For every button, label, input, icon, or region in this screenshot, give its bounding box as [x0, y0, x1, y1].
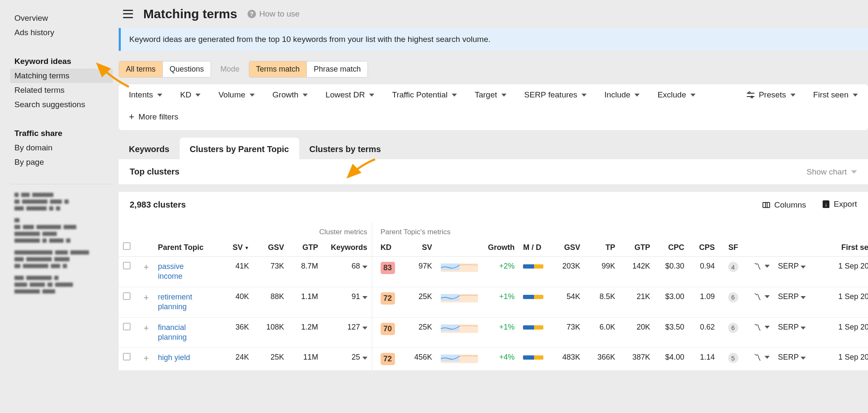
filter-intents[interactable]: Intents: [129, 90, 162, 100]
col-growth[interactable]: Growth: [481, 237, 519, 257]
sidebar-item-ads-history[interactable]: Ads history: [10, 25, 113, 40]
col-serp[interactable]: [774, 237, 819, 257]
filter-lowest-dr[interactable]: Lowest DR: [326, 90, 374, 100]
chevron-down-icon: [801, 266, 806, 269]
trend-dropdown[interactable]: 〽: [754, 292, 770, 301]
parent-topic-link[interactable]: high yield: [158, 353, 190, 363]
cell-keywords[interactable]: 91: [323, 287, 372, 317]
filter-include[interactable]: Include: [604, 90, 640, 100]
sf-badge: 4: [728, 262, 738, 272]
cell-keywords[interactable]: 25: [323, 348, 372, 371]
questions-button[interactable]: Questions: [162, 61, 211, 77]
chevron-down-icon: [634, 94, 640, 97]
filter-traffic-potential[interactable]: Traffic Potential: [392, 90, 457, 100]
col-gtp-parent[interactable]: GTP: [619, 237, 654, 257]
col-sv-parent[interactable]: SV: [401, 237, 437, 257]
filter-kd[interactable]: KD: [180, 90, 200, 100]
tab-clusters-parent-topic[interactable]: Clusters by Parent Topic: [180, 138, 299, 159]
columns-button[interactable]: Columns: [762, 200, 806, 210]
cell-keywords[interactable]: 127: [323, 317, 372, 348]
mobile-desktop-bar: [523, 264, 543, 269]
cell-cpc: $3.00: [654, 287, 688, 317]
expand-row-button[interactable]: +: [142, 323, 150, 334]
tab-keywords[interactable]: Keywords: [119, 138, 180, 159]
export-button[interactable]: Export: [823, 200, 857, 209]
more-filters-button[interactable]: +More filters: [129, 111, 178, 122]
mobile-desktop-bar: [523, 355, 543, 360]
serp-dropdown[interactable]: SERP: [778, 323, 806, 331]
sidebar-item-by-domain[interactable]: By domain: [10, 141, 113, 155]
terms-match-button[interactable]: Terms match: [249, 61, 306, 77]
expand-row-button[interactable]: +: [142, 353, 150, 364]
cell-sv-cluster: 36K: [221, 317, 253, 348]
col-gtp-cluster[interactable]: GTP: [288, 237, 322, 257]
cell-growth: +1%: [499, 323, 515, 331]
sf-badge: 6: [728, 292, 738, 302]
match-mode-toggle: Terms match Phrase match: [249, 61, 368, 78]
row-checkbox[interactable]: [123, 262, 131, 269]
cell-tp: 99K: [584, 257, 620, 287]
chevron-down-icon: [790, 94, 796, 97]
filter-growth[interactable]: Growth: [273, 90, 308, 100]
cell-keywords[interactable]: 68: [323, 257, 372, 287]
col-gsv-parent[interactable]: GSV: [549, 237, 584, 257]
presets-button[interactable]: Presets: [747, 90, 795, 100]
chevron-down-icon: [362, 327, 367, 330]
show-chart-toggle[interactable]: Show chart: [807, 167, 857, 177]
row-checkbox[interactable]: [123, 292, 131, 300]
col-gsv-cluster[interactable]: GSV: [253, 237, 289, 257]
row-checkbox[interactable]: [123, 353, 131, 360]
cell-gtp-cluster: 1.1M: [288, 287, 322, 317]
chevron-down-icon: [801, 357, 806, 360]
cell-growth: +1%: [499, 292, 515, 301]
cell-sv-cluster: 41K: [221, 257, 253, 287]
trend-dropdown[interactable]: 〽: [754, 262, 770, 271]
col-tp[interactable]: TP: [584, 237, 620, 257]
info-banner: Keyword ideas are generated from the top…: [119, 28, 868, 51]
all-terms-button[interactable]: All terms: [119, 61, 162, 77]
serp-dropdown[interactable]: SERP: [778, 292, 806, 301]
col-md[interactable]: M / D: [519, 237, 549, 257]
filter-volume[interactable]: Volume: [218, 90, 254, 100]
top-clusters-title: Top clusters: [130, 167, 179, 177]
select-all-checkbox[interactable]: [123, 242, 131, 250]
filter-exclude[interactable]: Exclude: [657, 90, 696, 100]
expand-row-button[interactable]: +: [142, 262, 150, 273]
chevron-down-icon: [851, 170, 857, 174]
sparkline-icon: [441, 292, 478, 302]
col-kd[interactable]: KD: [372, 237, 401, 257]
parent-topic-link[interactable]: financial planning: [158, 323, 209, 343]
sidebar-item-matching-terms[interactable]: Matching terms: [10, 69, 113, 83]
cell-sv-parent: 25K: [401, 317, 437, 348]
col-sf[interactable]: SF: [719, 237, 742, 257]
cell-sv-cluster: 40K: [221, 287, 253, 317]
tab-clusters-terms[interactable]: Clusters by terms: [299, 138, 391, 159]
trend-dropdown[interactable]: 〽: [754, 323, 770, 332]
serp-dropdown[interactable]: SERP: [778, 353, 806, 361]
filter-serp-features[interactable]: SERP features: [524, 90, 587, 100]
sidebar-item-related-terms[interactable]: Related terms: [10, 83, 113, 97]
col-keywords[interactable]: Keywords: [323, 237, 372, 257]
menu-toggle-icon[interactable]: [123, 10, 133, 18]
phrase-match-button[interactable]: Phrase match: [306, 61, 367, 77]
parent-topic-link[interactable]: passive income: [158, 262, 209, 282]
trend-dropdown[interactable]: 〽: [754, 353, 770, 362]
sidebar-item-overview[interactable]: Overview: [10, 11, 113, 25]
cell-gtp-cluster: 11M: [288, 348, 322, 371]
col-sv-cluster[interactable]: SV▼: [221, 237, 253, 257]
expand-row-button[interactable]: +: [142, 292, 150, 303]
col-cpc[interactable]: CPC: [654, 237, 688, 257]
filter-target[interactable]: Target: [475, 90, 506, 100]
sidebar-item-by-page[interactable]: By page: [10, 155, 113, 169]
parent-topic-link[interactable]: retirement planning: [158, 292, 209, 312]
serp-dropdown[interactable]: SERP: [778, 262, 806, 270]
sidebar-item-search-suggestions[interactable]: Search suggestions: [10, 97, 113, 112]
table-row: +retirement planning40K88K1.1M91 7225K+1…: [119, 287, 868, 317]
col-parent-topic[interactable]: Parent Topic: [154, 237, 221, 257]
col-cps[interactable]: CPS: [688, 237, 719, 257]
how-to-use-link[interactable]: ? How to use: [248, 9, 300, 19]
col-first-seen[interactable]: First seen: [818, 237, 868, 257]
filter-first-seen[interactable]: First seen: [813, 90, 858, 100]
cluster-tabs: Keywords Clusters by Parent Topic Cluste…: [119, 138, 868, 159]
row-checkbox[interactable]: [123, 323, 131, 330]
